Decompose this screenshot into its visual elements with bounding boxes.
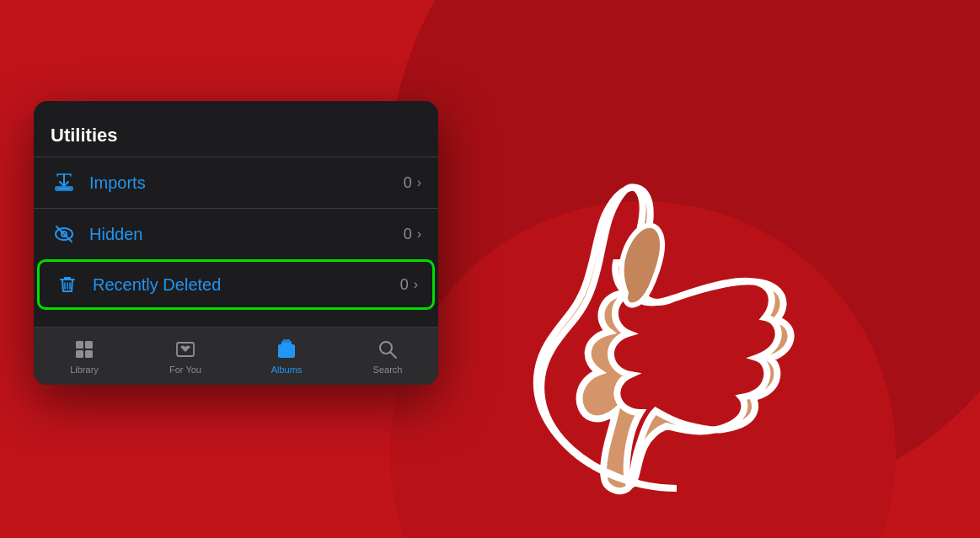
- hidden-chevron: ›: [417, 226, 421, 242]
- recently-deleted-label: Recently Deleted: [93, 275, 400, 295]
- hidden-icon: [51, 221, 78, 248]
- svg-rect-14: [283, 339, 290, 343]
- search-tab-label: Search: [373, 365, 403, 375]
- recently-deleted-count: 0: [400, 276, 409, 294]
- for-you-tab-icon: [174, 338, 197, 361]
- hidden-item[interactable]: Hidden 0 ›: [34, 208, 438, 259]
- imports-count: 0: [404, 174, 412, 192]
- library-tab-icon: [72, 338, 96, 361]
- library-tab-label: Library: [70, 365, 99, 375]
- imports-item[interactable]: Imports 0 ›: [34, 157, 438, 208]
- panel-content: Utilities Imports 0 ›: [34, 101, 438, 385]
- albums-tab-icon: [275, 338, 298, 361]
- ios-panel: Utilities Imports 0 ›: [34, 101, 438, 385]
- thumbs-up-hand: [441, 34, 913, 522]
- imports-label: Imports: [89, 173, 404, 193]
- hidden-label: Hidden: [89, 225, 404, 244]
- svg-line-16: [391, 353, 397, 359]
- trash-icon: [54, 271, 81, 298]
- svg-rect-8: [85, 341, 93, 349]
- imports-chevron: ›: [417, 175, 421, 190]
- albums-tab-label: Albums: [271, 365, 303, 375]
- search-tab-icon: [376, 338, 399, 361]
- section-title: Utilities: [34, 118, 438, 157]
- tab-library[interactable]: Library: [34, 334, 135, 378]
- recently-deleted-item[interactable]: Recently Deleted 0 ›: [37, 259, 435, 310]
- tab-bar: Library For You: [34, 327, 438, 385]
- hidden-count: 0: [404, 226, 412, 243]
- tab-albums[interactable]: Albums: [236, 334, 337, 378]
- svg-rect-10: [85, 350, 93, 358]
- svg-rect-7: [76, 341, 83, 349]
- svg-rect-9: [76, 350, 83, 358]
- recently-deleted-chevron: ›: [414, 277, 418, 292]
- imports-icon: [51, 169, 78, 196]
- tab-search[interactable]: Search: [337, 334, 438, 378]
- svg-rect-12: [278, 344, 295, 358]
- for-you-tab-label: For You: [169, 365, 201, 375]
- tab-for-you[interactable]: For You: [135, 334, 236, 378]
